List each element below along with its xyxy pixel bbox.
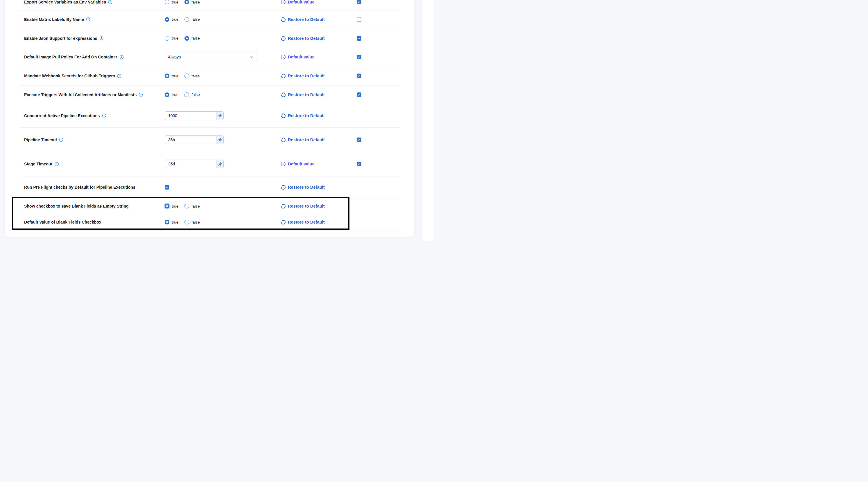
radio-true-selected[interactable] — [165, 17, 169, 22]
radio-true[interactable] — [165, 0, 169, 4]
radio-false[interactable] — [184, 17, 189, 22]
radio-option-false[interactable]: false — [184, 204, 200, 208]
radio-label-false[interactable]: false — [191, 0, 200, 4]
info-icon[interactable] — [99, 36, 104, 40]
radio-label-false[interactable]: false — [191, 74, 200, 78]
info-icon[interactable] — [102, 113, 106, 118]
row-enabled-checkbox-checked[interactable] — [357, 0, 361, 4]
card-footer — [5, 230, 414, 237]
radio-option-true[interactable]: true — [165, 92, 178, 97]
radio-label-true[interactable]: true — [172, 36, 178, 40]
radio-option-true[interactable]: true — [165, 74, 178, 78]
label-wrap: Enable Matrix Labels By Name — [24, 10, 90, 29]
restore-to-default-link[interactable]: Restore to Default — [281, 10, 325, 29]
radio-false-selected[interactable] — [184, 36, 189, 41]
radio-option-true[interactable]: true — [165, 0, 178, 4]
radio-option-false[interactable]: false — [184, 0, 200, 4]
setting-label: Pipeline Timeout — [24, 138, 57, 142]
control-radio: truefalse — [165, 66, 200, 85]
radio-option-false[interactable]: false — [184, 36, 200, 41]
radio-option-false[interactable]: false — [184, 220, 200, 224]
control-input — [165, 127, 224, 152]
image-pull-policy-select[interactable]: Always — [165, 53, 257, 61]
radio-false[interactable] — [184, 74, 189, 78]
radio-label-true[interactable]: true — [172, 0, 178, 4]
radio-label-true[interactable]: true — [172, 17, 178, 22]
control-input — [165, 152, 224, 176]
radio-option-true[interactable]: true — [165, 36, 178, 41]
info-icon[interactable] — [59, 138, 63, 142]
settings-row-execute-triggers-artifacts: Execute Triggers With All Collected Arti… — [5, 85, 414, 104]
info-icon[interactable] — [138, 92, 143, 97]
radio-false[interactable] — [184, 204, 189, 208]
info-icon[interactable] — [108, 0, 113, 4]
radio-label-false[interactable]: false — [191, 92, 200, 97]
setting-label: Execute Triggers With All Collected Arti… — [24, 92, 136, 97]
default-value-link[interactable]: Default value — [281, 152, 315, 176]
restore-to-default-link[interactable]: Restore to Default — [281, 66, 325, 85]
radio-true-selected[interactable] — [165, 220, 169, 224]
restore-to-default-link[interactable]: Restore to Default — [281, 127, 325, 152]
restore-to-default-link[interactable]: Restore to Default — [281, 176, 325, 199]
radio-false[interactable] — [184, 220, 189, 224]
radio-false-selected[interactable] — [184, 0, 189, 4]
radio-true-selected[interactable] — [165, 92, 169, 97]
row-enabled-checkbox-checked[interactable] — [357, 138, 361, 142]
setting-label: Stage Timeout — [24, 162, 53, 166]
info-icon[interactable] — [86, 17, 90, 22]
radio-label-false[interactable]: false — [191, 36, 200, 40]
row-enabled-checkbox-checked[interactable] — [357, 55, 361, 59]
radio-label-true[interactable]: true — [172, 204, 178, 208]
action-label: Restore to Default — [288, 36, 325, 41]
radio-true-selected[interactable] — [165, 74, 169, 78]
info-icon[interactable] — [119, 55, 124, 59]
radio-option-false[interactable]: false — [184, 17, 200, 22]
pin-button[interactable] — [216, 111, 224, 120]
settings-row-stage-timeout: Stage TimeoutDefault value — [5, 152, 414, 176]
settings-row-enable-matrix-labels: Enable Matrix Labels By NametruefalseRes… — [5, 10, 414, 29]
radio-option-true[interactable]: true — [165, 204, 178, 208]
label-wrap: Mandate Webhook Secrets for Github Trigg… — [24, 66, 121, 85]
radio-true[interactable] — [165, 36, 169, 41]
control-checkbox — [165, 176, 169, 199]
restore-to-default-link[interactable]: Restore to Default — [281, 104, 325, 127]
default-value-link[interactable]: Default value — [281, 0, 315, 10]
pipeline-timeout-input[interactable] — [165, 136, 216, 144]
row-enabled-checkbox-checked[interactable] — [357, 74, 361, 78]
radio-label-false[interactable]: false — [191, 204, 200, 208]
radio-label-true[interactable]: true — [172, 220, 178, 224]
info-icon[interactable] — [55, 162, 59, 166]
restore-to-default-link[interactable]: Restore to Default — [281, 29, 325, 48]
radio-true-selected[interactable] — [165, 204, 169, 208]
radio-option-true[interactable]: true — [165, 220, 178, 224]
pin-button[interactable] — [216, 160, 224, 168]
restore-to-default-link[interactable]: Restore to Default — [281, 85, 325, 104]
pin-button[interactable] — [216, 136, 224, 144]
control-radio: truefalse — [165, 0, 200, 10]
setting-checkbox-checked[interactable] — [165, 185, 169, 190]
action-label: Default value — [288, 0, 315, 4]
info-icon[interactable] — [117, 74, 121, 78]
default-value-link[interactable]: Default value — [281, 48, 315, 66]
row-enabled-checkbox-checked[interactable] — [357, 36, 361, 41]
radio-label-false[interactable]: false — [191, 17, 200, 22]
radio-option-false[interactable]: false — [184, 92, 200, 97]
restore-icon — [281, 203, 286, 209]
restore-icon — [281, 185, 286, 190]
setting-label: Concurrent Active Pipeline Executions — [24, 113, 100, 118]
setting-label: Default Image Pull Policy For Add On Con… — [24, 55, 117, 59]
radio-label-true[interactable]: true — [172, 92, 178, 97]
concurrent-active-executions-input[interactable] — [165, 111, 216, 120]
radio-label-true[interactable]: true — [172, 74, 178, 78]
row-enabled-checkbox-unchecked[interactable] — [357, 17, 361, 22]
restore-to-default-link[interactable]: Restore to Default — [281, 199, 325, 214]
radio-option-true[interactable]: true — [165, 17, 178, 22]
setting-label: Default Value of Blank Fields Checkbox — [24, 220, 101, 224]
radio-false[interactable] — [184, 92, 189, 97]
radio-label-false[interactable]: false — [191, 220, 200, 224]
restore-to-default-link[interactable]: Restore to Default — [281, 214, 325, 230]
radio-option-false[interactable]: false — [184, 74, 200, 78]
stage-timeout-input[interactable] — [165, 160, 216, 168]
row-enabled-checkbox-checked[interactable] — [357, 162, 361, 166]
row-enabled-checkbox-checked[interactable] — [357, 92, 361, 97]
